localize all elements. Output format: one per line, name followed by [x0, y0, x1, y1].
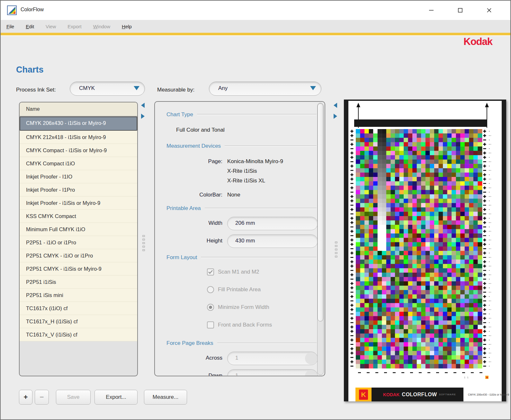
list-item[interactable]: CMYK Compact i1iO — [20, 157, 137, 170]
scrollbar-thumb[interactable] — [318, 103, 323, 321]
stepper-icon — [305, 370, 317, 376]
footer-chart-name: CMYK 206x430 - i1iSis or Myiro-9 — [463, 388, 509, 401]
menu-file[interactable]: File — [6, 24, 14, 29]
radio-minimize-form-width: Minimize Form Width — [207, 302, 269, 312]
form-layout-header: Form Layout — [166, 254, 317, 261]
list-item[interactable]: CMYK 212x418 - i1iSis or Myiro-9 — [20, 131, 137, 144]
splitter-handle[interactable] — [335, 241, 337, 258]
accent-bar — [1, 33, 510, 35]
list-item[interactable]: P2P51 CMYK - i1iSis or Myiro-9 — [20, 262, 137, 276]
across-label: Across — [166, 355, 222, 361]
chevron-down-icon — [310, 86, 316, 90]
chart-list-body: CMYK 206x430 - i1iSis or Myiro-9CMYK 212… — [20, 117, 137, 341]
export-button[interactable]: Export... — [94, 390, 138, 405]
list-item[interactable]: P2P51 CMYK - i1iO or i1Pro — [20, 249, 137, 262]
width-value: 206 mm — [235, 220, 255, 226]
orange-marker-icon — [485, 376, 489, 379]
width-label: Width — [166, 220, 222, 226]
colorbar-value: None — [227, 192, 240, 198]
measurable-by-dropdown[interactable]: Any — [209, 82, 321, 96]
force-page-breaks-header: Force Page Breaks — [166, 340, 317, 346]
height-field[interactable]: 430 mm — [227, 234, 318, 248]
checkbox-front-and-back-forms: Front and Back Forms — [207, 320, 272, 330]
page-device: X-Rite i1iSis XL — [227, 178, 265, 184]
menu-edit[interactable]: Edit — [26, 24, 34, 29]
chevron-down-icon — [134, 86, 139, 90]
menu-help[interactable]: Help — [122, 24, 132, 29]
checkbox-scan-m1-and-m2: Scan M1 and M2 — [207, 267, 259, 277]
save-button: Save — [56, 390, 91, 405]
checkbox-icon — [207, 268, 214, 276]
list-item[interactable]: Minimum Full CMYK i1iO — [20, 223, 137, 236]
preview-left-bar — [344, 101, 348, 401]
detail-scrollbar[interactable] — [317, 103, 324, 375]
list-item[interactable]: TC1617x_V (i1iSis) cf — [20, 328, 137, 341]
expand-right-arrow[interactable] — [334, 114, 337, 119]
preview-footer: K KODAK COLORFLOW SOFTWARE CMYK 206x430 … — [355, 388, 509, 401]
list-item[interactable]: Inkjet Proofer - I1Pro — [20, 183, 137, 197]
down-field: 1 — [227, 369, 318, 376]
checkbox-icon — [207, 321, 214, 328]
measure-button[interactable]: Measure... — [144, 390, 187, 405]
expand-right-arrow[interactable] — [141, 114, 145, 119]
list-item[interactable]: Inkjet Proofer - I1IO — [20, 170, 137, 183]
title-bar: ColorFlow — [1, 1, 510, 20]
page-device: Konica-Minolta Myiro-9 — [227, 158, 283, 165]
footer-software: SOFTWARE — [439, 393, 456, 396]
down-value: 1 — [235, 372, 238, 376]
printable-area-header: Printable Area — [166, 205, 317, 212]
list-item[interactable]: CMYK 206x430 - i1iSis or Myiro-9 — [20, 117, 137, 131]
add-chart-button[interactable]: + — [19, 390, 32, 405]
preview-right-bar — [502, 101, 506, 401]
footer-kodak: KODAK — [383, 392, 399, 397]
splitter-handle[interactable] — [142, 235, 145, 251]
width-field[interactable]: 206 mm — [227, 217, 318, 230]
list-item[interactable]: P2P51 iSis mini — [20, 289, 137, 302]
measurement-devices-header: Measurement Devices — [166, 143, 317, 149]
colorflow-app-icon — [7, 5, 17, 15]
chart-list: Name CMYK 206x430 - i1iSis or Myiro-9CMY… — [19, 102, 138, 376]
maximize-button[interactable] — [451, 1, 470, 20]
list-item[interactable]: P2P51 i1iSis — [20, 276, 137, 289]
list-item[interactable]: CMYK Compact - i1iSis or Myiro-9 — [20, 144, 137, 157]
colorbar-label: ColorBar: — [166, 192, 222, 198]
radio-icon — [207, 304, 214, 311]
list-item[interactable]: KSS CMYK Compact — [20, 210, 137, 223]
menu-window: Window — [93, 24, 110, 29]
list-item[interactable]: Inkjet Proofer - i1iSis or Myiro-9 — [20, 197, 137, 210]
remove-chart-button: − — [35, 390, 49, 405]
collapse-left-arrow[interactable] — [141, 103, 145, 108]
across-value: 1 — [235, 355, 238, 361]
process-ink-set-value: CMYK — [79, 85, 95, 92]
chart-type-header: Chart Type — [166, 111, 317, 118]
chart-detail-panel: Chart Type Full Color and Tonal Measurem… — [154, 101, 325, 376]
down-label: Down — [166, 372, 222, 376]
radio-icon — [207, 286, 214, 293]
kodak-wordmark: Kodak — [463, 36, 492, 48]
page-marker: 1 1 — [464, 376, 469, 379]
list-item[interactable]: P2P51 - i1iO or i1Pro — [20, 236, 137, 249]
menu-export: Export — [67, 24, 81, 29]
window-title: ColorFlow — [21, 7, 44, 13]
stepper-icon — [305, 352, 317, 364]
close-button[interactable] — [480, 1, 499, 20]
page-device: X-Rite i1iSis — [227, 168, 257, 174]
radio-fill-printable-area: Fill Printable Area — [207, 285, 261, 294]
chart-list-header: Name — [20, 102, 137, 117]
list-item[interactable]: TC1617x (i1iO) cf — [20, 302, 137, 315]
across-field: 1 — [227, 352, 318, 365]
process-ink-set-label: Process Ink Set: — [16, 83, 56, 96]
list-item[interactable]: TC1617x_H (i1iSis) cf — [20, 315, 137, 328]
chart-type-value: Full Color and Tonal — [176, 127, 225, 133]
height-label: Height — [166, 238, 222, 244]
colorflow-window: ColorFlow FileEditViewExportWindowHelp K… — [0, 0, 511, 420]
menu-view: View — [46, 24, 56, 29]
alignment-bar — [354, 119, 487, 127]
process-ink-set-dropdown[interactable]: CMYK — [70, 82, 145, 96]
preview-page: 1 1 K KODAK COLORFLOW SOFTWARE CMYK 206x… — [348, 101, 502, 401]
measurable-by-label: Measurable by: — [157, 83, 194, 96]
minimize-button[interactable] — [422, 1, 441, 20]
chart-preview: 1 1 K KODAK COLORFLOW SOFTWARE CMYK 206x… — [344, 100, 506, 401]
collapse-left-arrow[interactable] — [334, 103, 337, 108]
kodak-logo-icon: K — [355, 388, 372, 401]
